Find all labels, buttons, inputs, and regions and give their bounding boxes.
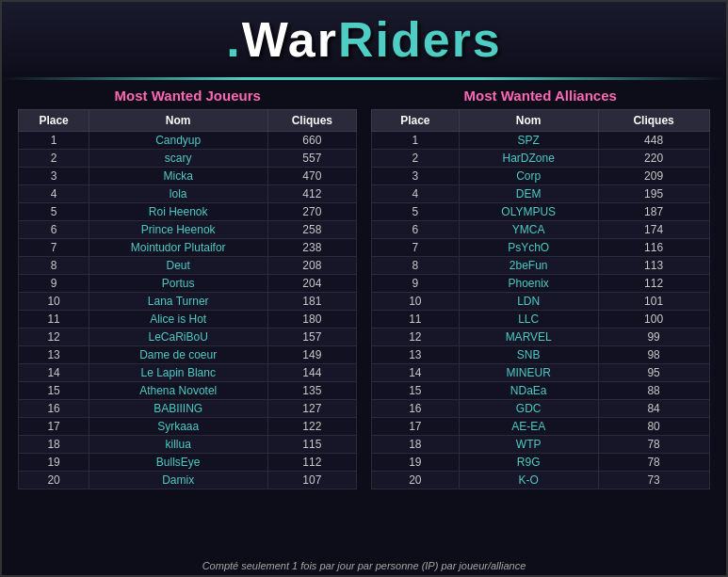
- nom-cell: scary: [89, 150, 267, 168]
- table-row: 10 Lana Turner 181: [19, 293, 357, 311]
- nom-cell: Candyup: [89, 132, 267, 150]
- logo-section: .WarRiders: [2, 2, 726, 75]
- cliques-cell: 660: [267, 132, 356, 150]
- nom-cell: Athena Novotel: [89, 382, 267, 400]
- table-row: 12 MARVEL 99: [371, 329, 709, 346]
- nom-cell: Corp: [459, 168, 598, 185]
- nom-cell: WTP: [459, 436, 598, 454]
- nom-cell: Roi Heenok: [89, 203, 267, 221]
- nom-cell: Prince Heenok: [89, 221, 267, 239]
- place-cell: 4: [371, 185, 459, 203]
- cliques-cell: 470: [267, 168, 356, 185]
- cliques-cell: 127: [267, 400, 356, 418]
- nom-cell: BullsEye: [89, 454, 267, 472]
- table-row: 14 Le Lapin Blanc 144: [19, 364, 357, 382]
- alliances-table-container: Most Wanted Alliances Place Nom Cliques …: [371, 88, 710, 554]
- cliques-cell: 122: [267, 418, 356, 436]
- place-cell: 13: [371, 346, 459, 364]
- players-place-header: Place: [19, 110, 89, 132]
- table-row: 9 Phoenix 112: [371, 275, 709, 293]
- place-cell: 2: [371, 150, 459, 168]
- nom-cell: HarDZone: [459, 150, 598, 168]
- nom-cell: MARVEL: [459, 329, 598, 346]
- nom-cell: Phoenix: [459, 275, 598, 293]
- nom-cell: AE-EA: [459, 418, 598, 436]
- cliques-cell: 73: [598, 472, 709, 489]
- alliances-nom-header: Nom: [459, 110, 598, 132]
- place-cell: 19: [19, 454, 89, 472]
- logo: .WarRiders: [226, 11, 502, 68]
- logo-dot: .: [226, 12, 241, 67]
- place-cell: 13: [19, 346, 89, 364]
- nom-cell: Portus: [89, 275, 267, 293]
- table-row: 4 DEM 195: [371, 185, 709, 203]
- place-cell: 14: [19, 364, 89, 382]
- cliques-cell: 80: [598, 418, 709, 436]
- table-row: 17 AE-EA 80: [371, 418, 709, 436]
- place-cell: 3: [371, 168, 459, 185]
- table-row: 18 killua 115: [19, 436, 357, 454]
- table-row: 10 LDN 101: [371, 293, 709, 311]
- nom-cell: Damix: [89, 472, 267, 489]
- table-row: 17 Syrkaaa 122: [19, 418, 357, 436]
- table-row: 2 HarDZone 220: [371, 150, 709, 168]
- place-cell: 9: [19, 275, 89, 293]
- players-table: Place Nom Cliques 1 Candyup 660 2 scary …: [18, 109, 357, 489]
- cliques-cell: 84: [598, 400, 709, 418]
- place-cell: 7: [371, 239, 459, 257]
- table-row: 8 2beFun 113: [371, 257, 709, 275]
- cliques-cell: 115: [267, 436, 356, 454]
- table-row: 20 K-O 73: [371, 472, 709, 489]
- place-cell: 10: [371, 293, 459, 311]
- cliques-cell: 238: [267, 239, 356, 257]
- nom-cell: MINEUR: [459, 364, 598, 382]
- place-cell: 6: [371, 221, 459, 239]
- cliques-cell: 412: [267, 185, 356, 203]
- place-cell: 12: [371, 329, 459, 346]
- place-cell: 17: [371, 418, 459, 436]
- place-cell: 2: [19, 150, 89, 168]
- place-cell: 5: [19, 203, 89, 221]
- table-row: 6 YMCA 174: [371, 221, 709, 239]
- nom-cell: SPZ: [459, 132, 598, 150]
- place-cell: 11: [19, 311, 89, 329]
- table-row: 2 scary 557: [19, 150, 357, 168]
- place-cell: 7: [19, 239, 89, 257]
- cliques-cell: 100: [598, 311, 709, 329]
- nom-cell: Alice is Hot: [89, 311, 267, 329]
- place-cell: 1: [371, 132, 459, 150]
- cliques-cell: 180: [267, 311, 356, 329]
- nom-cell: Lana Turner: [89, 293, 267, 311]
- table-row: 12 LeCaRiBoU 157: [19, 329, 357, 346]
- nom-cell: Deut: [89, 257, 267, 275]
- table-row: 16 GDC 84: [371, 400, 709, 418]
- table-row: 9 Portus 204: [19, 275, 357, 293]
- tables-section: Most Wanted Joueurs Place Nom Cliques 1 …: [2, 82, 726, 554]
- place-cell: 4: [19, 185, 89, 203]
- cliques-cell: 258: [267, 221, 356, 239]
- footer-text: Compté seulement 1 fois par jour par per…: [202, 554, 526, 575]
- nom-cell: 2beFun: [459, 257, 598, 275]
- nom-cell: Mointudor Plutaifor: [89, 239, 267, 257]
- place-cell: 9: [371, 275, 459, 293]
- table-row: 5 OLYMPUS 187: [371, 203, 709, 221]
- nom-cell: OLYMPUS: [459, 203, 598, 221]
- place-cell: 19: [371, 454, 459, 472]
- nom-cell: LDN: [459, 293, 598, 311]
- cliques-cell: 448: [598, 132, 709, 150]
- place-cell: 6: [19, 221, 89, 239]
- cliques-cell: 112: [267, 454, 356, 472]
- nom-cell: Le Lapin Blanc: [89, 364, 267, 382]
- table-row: 3 Micka 470: [19, 168, 357, 185]
- alliances-title: Most Wanted Alliances: [371, 88, 710, 104]
- cliques-cell: 95: [598, 364, 709, 382]
- place-cell: 15: [371, 382, 459, 400]
- place-cell: 14: [371, 364, 459, 382]
- place-cell: 3: [19, 168, 89, 185]
- cliques-cell: 204: [267, 275, 356, 293]
- table-row: 7 PsYchO 116: [371, 239, 709, 257]
- nom-cell: SNB: [459, 346, 598, 364]
- place-cell: 8: [19, 257, 89, 275]
- cliques-cell: 107: [267, 472, 356, 489]
- table-row: 6 Prince Heenok 258: [19, 221, 357, 239]
